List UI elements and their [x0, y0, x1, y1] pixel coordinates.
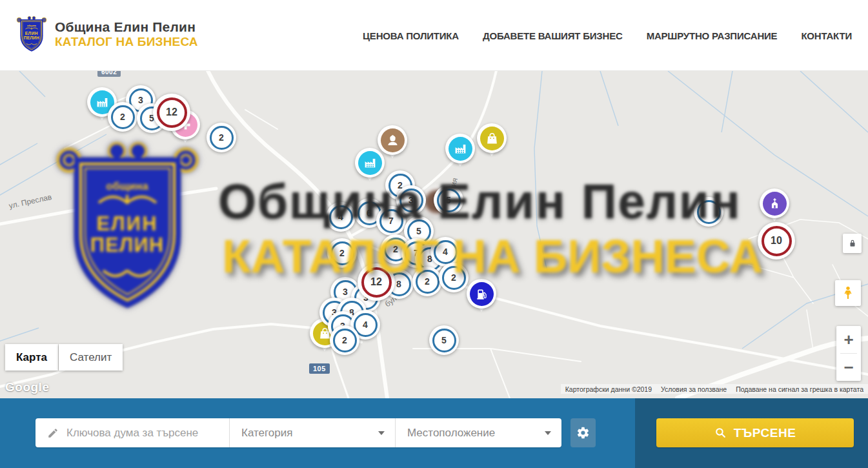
- street-view-pegman[interactable]: [835, 280, 861, 306]
- search-form: Категория Местоположение: [35, 418, 561, 447]
- google-logo[interactable]: Google: [5, 380, 49, 394]
- watermark-crest: община ЕЛИН ПЕЛИН: [55, 138, 200, 316]
- search-button-label: ТЪРСЕНЕ: [734, 426, 796, 440]
- municipality-crest-icon: община ЕЛИН ПЕЛИН: [16, 15, 47, 54]
- cluster-count: 2: [111, 105, 135, 129]
- brand-text: Община Елин Пелин КАТАЛОГ НА БИЗНЕСА: [55, 19, 198, 49]
- map-pin-factory[interactable]: [445, 134, 475, 171]
- pin-head: [760, 188, 789, 218]
- chevron-down-icon: [378, 431, 385, 435]
- bag-icon: [480, 127, 504, 150]
- keyword-field-wrap: [35, 418, 229, 447]
- map-cluster-marker[interactable]: 5: [429, 325, 459, 355]
- search-bar: Категория Местоположение ТЪРСЕНЕ: [0, 398, 868, 468]
- gear-icon: [576, 426, 590, 440]
- pegman-icon: [840, 285, 856, 301]
- factory-icon: [449, 137, 472, 161]
- lock-icon: [848, 239, 857, 248]
- brand-subtitle: КАТАЛОГ НА БИЗНЕСА: [55, 35, 198, 49]
- cluster-count: 2: [210, 126, 234, 150]
- svg-text:ЕЛИН: ЕЛИН: [25, 31, 38, 36]
- cluster-count: 5: [432, 329, 456, 352]
- location-select-label: Местоположение: [407, 427, 495, 440]
- pin-head: [477, 123, 507, 153]
- zoom-in-button[interactable]: +: [836, 326, 861, 353]
- keyword-input[interactable]: [66, 427, 220, 440]
- cluster-count: 12: [157, 97, 187, 128]
- pencil-icon: [47, 427, 59, 439]
- map-pin-fuel[interactable]: [467, 279, 496, 316]
- road-badge: 6002: [97, 71, 121, 77]
- map-type-map-button[interactable]: Карта: [5, 344, 58, 371]
- cluster-count: 2: [333, 329, 357, 352]
- road-badge: 105: [309, 363, 330, 374]
- map-cluster-marker[interactable]: 2: [108, 102, 137, 132]
- map-cluster-marker[interactable]: 10: [758, 222, 795, 259]
- map-cluster-marker[interactable]: 2: [330, 325, 359, 355]
- brand-title: Община Елин Пелин: [55, 19, 198, 35]
- church-icon: [763, 192, 787, 216]
- map-cluster-marker[interactable]: 2: [207, 123, 236, 152]
- cluster-count: 10: [762, 226, 792, 256]
- map-type-control: КартаСателит: [5, 344, 123, 371]
- svg-text:община: община: [106, 180, 148, 192]
- svg-text:ПЕЛИН: ПЕЛИН: [90, 234, 164, 256]
- map-attribution: Картографски данни ©2019Условия за ползв…: [561, 384, 868, 394]
- nav-link-0[interactable]: ЦЕНОВА ПОЛИТИКА: [363, 30, 459, 41]
- main-nav: ЦЕНОВА ПОЛИТИКАДОБАВЕТЕ ВАШИЯТ БИЗНЕСМАР…: [363, 0, 852, 71]
- svg-text:ПЕЛИН: ПЕЛИН: [24, 36, 39, 40]
- zoom-out-button[interactable]: −: [836, 354, 861, 381]
- map-pin-worker[interactable]: [378, 125, 407, 163]
- header: община ЕЛИН ПЕЛИН Община Елин Пелин КАТА…: [0, 0, 868, 71]
- attribution-text: Картографски данни ©2019: [561, 385, 656, 393]
- category-select-label: Категория: [241, 427, 292, 440]
- site-logo[interactable]: община ЕЛИН ПЕЛИН Община Елин Пелин КАТА…: [16, 15, 198, 54]
- attribution-link[interactable]: Условия за ползване: [656, 385, 731, 393]
- map-cluster-marker[interactable]: 12: [153, 94, 190, 131]
- attribution-link[interactable]: Подаване на сигнал за грешка в картата: [731, 385, 868, 393]
- map-pin-church[interactable]: [760, 188, 789, 226]
- pin-head: [378, 125, 407, 155]
- fuel-icon: [470, 282, 494, 306]
- lock-button[interactable]: [843, 234, 862, 253]
- worker-icon: [381, 128, 405, 152]
- map-type-satellite-button[interactable]: Сателит: [59, 344, 123, 371]
- nav-link-1[interactable]: ДОБАВЕТЕ ВАШИЯТ БИЗНЕС: [483, 30, 623, 41]
- nav-link-2[interactable]: МАРШРУТНО РАЗПИСАНИЕ: [647, 30, 778, 41]
- chevron-down-icon: [545, 431, 551, 435]
- svg-text:община: община: [27, 25, 37, 27]
- nav-link-3[interactable]: КОНТАКТИ: [801, 30, 852, 41]
- page: община ЕЛИН ПЕЛИН Община Елин Пелин КАТА…: [0, 0, 868, 468]
- map-canvas[interactable]: ул. Преславбул. „Новоселция6002105 32512…: [0, 71, 868, 398]
- svg-text:ЕЛИН: ЕЛИН: [96, 212, 157, 235]
- search-button[interactable]: ТЪРСЕНЕ: [656, 418, 854, 447]
- search-icon: [714, 427, 727, 439]
- pin-head: [445, 134, 475, 163]
- watermark-title: Община Елин Пелин: [218, 173, 742, 229]
- watermark-subtitle: КАТАЛОГ НА БИЗНЕСА: [222, 229, 763, 283]
- map-pin-bag[interactable]: [477, 123, 507, 161]
- category-select[interactable]: Категория: [230, 418, 395, 447]
- location-select[interactable]: Местоположение: [396, 418, 561, 447]
- pin-head: [467, 279, 496, 309]
- zoom-control: + −: [836, 326, 861, 381]
- advanced-settings-button[interactable]: [570, 418, 596, 447]
